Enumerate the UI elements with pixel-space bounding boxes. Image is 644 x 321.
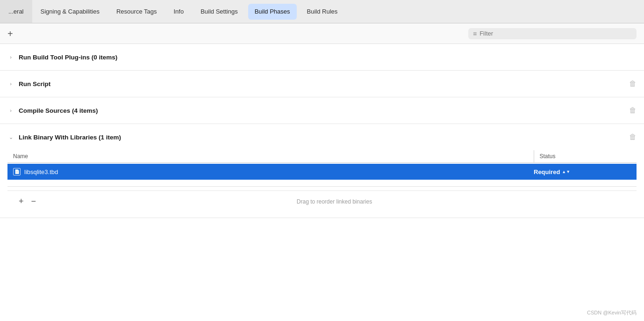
col-header-name: Name (7, 150, 534, 163)
delete-compile-sources-button[interactable]: 🗑 (629, 106, 637, 115)
remove-library-button[interactable]: − (28, 196, 40, 207)
lib-name-label: libsqlite3.tbd (24, 168, 524, 175)
phases-list: › Run Build Tool Plug-ins (0 items) › Ru… (0, 44, 644, 321)
chevron-right-icon: › (7, 108, 14, 113)
phase-header-run-script[interactable]: › Run Script 🗑 (7, 71, 637, 97)
content-area: + ≡ › Run Build Tool Plug-ins (0 items) … (0, 23, 644, 321)
tab-bar: ...eral Signing & Capabilities Resource … (0, 0, 644, 23)
phase-row-run-script: › Run Script 🗑 (0, 71, 644, 97)
bottom-toolbar: + − Drag to reorder linked binaries (7, 190, 637, 210)
tab-general[interactable]: ...eral (0, 0, 32, 23)
phase-row-compile-sources: › Compile Sources (4 items) 🗑 (0, 97, 644, 124)
phase-title-link-binary: Link Binary With Libraries (1 item) (19, 134, 121, 141)
drag-hint: Drag to reorder linked binaries (40, 198, 629, 205)
file-icon: 📄 (13, 168, 21, 175)
filter-box: ≡ (468, 28, 637, 39)
chevron-down-icon: ⌄ (7, 134, 14, 140)
filter-icon: ≡ (473, 30, 477, 37)
phase-title-run-script: Run Script (19, 80, 50, 88)
tab-build-phases[interactable]: Build Phases (248, 4, 297, 20)
chevron-right-icon: › (7, 81, 14, 87)
lib-table: Name Status 📄 libsqlite3.tbd R (7, 150, 637, 181)
col-header-status: Status (534, 150, 637, 163)
lib-row-libsqlite3[interactable]: 📄 libsqlite3.tbd Required ▲▼ (7, 164, 637, 180)
phase-header-run-build-tool[interactable]: › Run Build Tool Plug-ins (0 items) (7, 44, 637, 70)
phase-header-link-binary[interactable]: ⌄ Link Binary With Libraries (1 item) 🗑 (7, 124, 637, 150)
phase-title-compile-sources: Compile Sources (4 items) (19, 107, 98, 114)
phase-header-compile-sources[interactable]: › Compile Sources (4 items) 🗑 (7, 97, 637, 124)
phase-content-link-binary: Name Status 📄 libsqlite3.tbd R (7, 150, 637, 218)
add-library-button[interactable]: + (15, 196, 28, 207)
delete-link-binary-button[interactable]: 🗑 (629, 133, 637, 141)
filter-input[interactable] (479, 30, 632, 37)
phase-title-run-build-tool: Run Build Tool Plug-ins (0 items) (19, 54, 117, 61)
toolbar-row: + ≡ (0, 23, 644, 44)
watermark: CSDN @Kevin写代码 (587, 309, 637, 316)
chevron-right-icon: › (7, 54, 14, 60)
tab-build-rules[interactable]: Build Rules (299, 0, 346, 23)
phase-row-link-binary: ⌄ Link Binary With Libraries (1 item) 🗑 … (0, 124, 644, 218)
table-row[interactable]: 📄 libsqlite3.tbd Required ▲▼ (7, 163, 637, 181)
tab-resource-tags[interactable]: Resource Tags (108, 0, 165, 23)
lib-status-label: Required ▲▼ (528, 168, 631, 175)
phase-row-run-build-tool: › Run Build Tool Plug-ins (0 items) (0, 44, 644, 71)
tab-signing[interactable]: Signing & Capabilities (32, 0, 108, 23)
tab-info[interactable]: Info (165, 0, 192, 23)
stepper-icon[interactable]: ▲▼ (562, 170, 570, 174)
add-phase-button[interactable]: + (7, 29, 13, 38)
tab-build-settings[interactable]: Build Settings (192, 0, 246, 23)
delete-run-script-button[interactable]: 🗑 (629, 80, 637, 88)
